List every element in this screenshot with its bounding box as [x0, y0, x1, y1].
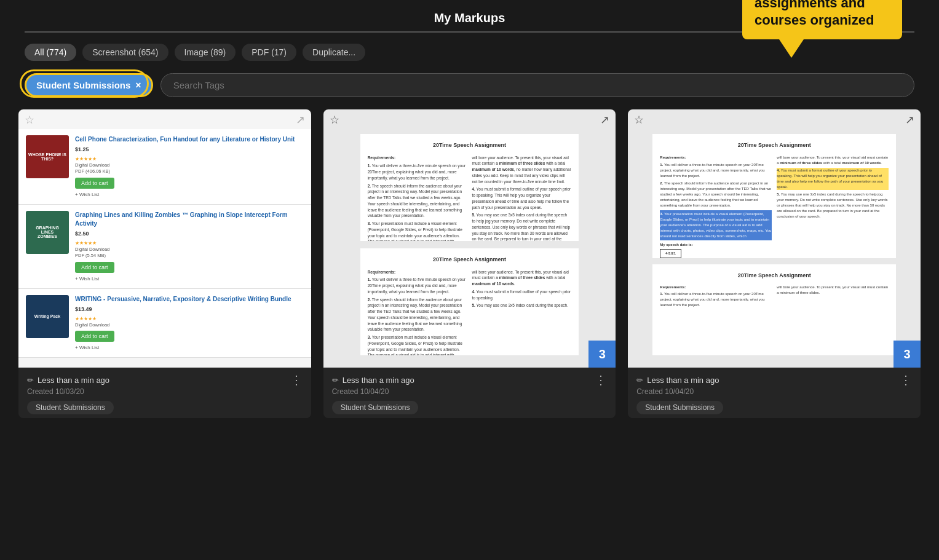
card-1-created: Created 10/03/20	[27, 387, 303, 396]
filter-tab-all[interactable]: All (774)	[25, 44, 76, 61]
add-to-cart-3[interactable]: Add to cart	[75, 331, 114, 342]
search-tags-input[interactable]	[160, 73, 914, 97]
card-1-footer-top: ✏ Less than a min ago ⋮	[27, 374, 303, 386]
card-1-external-link-button[interactable]: ↗	[296, 114, 305, 125]
card-2-star-button[interactable]: ☆	[330, 114, 339, 125]
product-item-3: Writing Pack WRITING - Persuasive, Narra…	[18, 289, 311, 358]
card-1-tag-chip[interactable]: Student Submissions	[27, 401, 114, 414]
card-1-edit-time: ✏ Less than a min ago	[27, 376, 109, 385]
card-3-star-button[interactable]: ☆	[634, 114, 644, 125]
doc-annotated-title-1: 20Time Speech Assignment	[660, 141, 889, 150]
card-3-preview: ☆ ↗ 20Time Speech Assignment Requirement…	[628, 109, 921, 368]
product-thumb-3: Writing Pack	[26, 295, 69, 338]
product-item-1: WHOSE PHONE IS THIS? Cell Phone Characte…	[18, 129, 311, 205]
card-1-footer: ✏ Less than a min ago ⋮ Created 10/03/20…	[18, 368, 311, 418]
card-2-tag-chip[interactable]: Student Submissions	[332, 401, 419, 414]
card-2: ☆ ↗ 20Time Speech Assignment Requirement…	[323, 109, 616, 418]
doc-annotated-page-2: 20Time Speech Assignment Requirements: 1…	[652, 264, 896, 355]
tag-search-row: Set tags to keep assignments and courses…	[0, 68, 939, 107]
product-info-2: Graphing Lines and Killing Zombies ™ Gra…	[75, 211, 304, 282]
pencil-icon-1: ✏	[27, 376, 34, 385]
card-2-external-link-button[interactable]: ↗	[600, 114, 609, 125]
tag-pill-close[interactable]: ×	[135, 81, 141, 90]
card-1: ☆ ↗ WHOSE PHONE IS THIS? Cell Phone Char…	[18, 109, 311, 418]
filter-tab-pdf[interactable]: PDF (17)	[242, 44, 296, 61]
card-2-more-button[interactable]: ⋮	[595, 374, 607, 386]
card-2-page-count: 3	[588, 341, 616, 368]
wish-list-1[interactable]: + Wish List	[75, 191, 304, 198]
card-1-more-button[interactable]: ⋮	[290, 374, 303, 386]
card-2-created: Created 10/04/20	[332, 387, 608, 396]
card-3-footer-top: ✏ Less than a min ago ⋮	[636, 374, 912, 386]
tooltip-arrow	[779, 39, 804, 58]
add-to-cart-1[interactable]: Add to cart	[75, 178, 114, 189]
filter-tab-screenshot[interactable]: Screenshot (654)	[82, 44, 168, 61]
card-2-preview: ☆ ↗ 20Time Speech Assignment Requirement…	[323, 109, 616, 368]
card-2-footer: ✏ Less than a min ago ⋮ Created 10/04/20…	[323, 368, 616, 418]
card-3-page-count: 3	[893, 341, 921, 368]
tag-pill[interactable]: Student Submissions ×	[25, 73, 153, 97]
product-thumb-1: WHOSE PHONE IS THIS?	[26, 135, 69, 178]
card-1-time: Less than a min ago	[38, 376, 109, 385]
product-info-3: WRITING - Persuasive, Narrative, Exposit…	[75, 295, 304, 351]
card-1-star-button[interactable]: ☆	[25, 114, 34, 125]
card-3-tag-chip[interactable]: Student Submissions	[636, 401, 723, 414]
blue-highlight-1: 3. Your presentation must include a visu…	[660, 210, 772, 240]
card-2-time: Less than a min ago	[343, 376, 414, 385]
filter-tab-duplicate[interactable]: Duplicate...	[303, 44, 365, 61]
card-3-footer: ✏ Less than a min ago ⋮ Created 10/04/20…	[628, 368, 921, 418]
doc-page-2: 20Time Speech Assignment Requirements: 1…	[360, 248, 579, 355]
card-3-edit-time: ✏ Less than a min ago	[636, 376, 719, 385]
card-1-preview: ☆ ↗ WHOSE PHONE IS THIS? Cell Phone Char…	[18, 109, 311, 368]
tooltip-box: Set tags to keep assignments and courses…	[742, 0, 902, 39]
doc-title-2: 20Time Speech Assignment	[368, 256, 572, 264]
doc-annotated-page-1: 20Time Speech Assignment Requirements: 1…	[652, 134, 896, 258]
card-3-external-link-button[interactable]: ↗	[905, 114, 914, 125]
card-2-footer-top: ✏ Less than a min ago ⋮	[332, 374, 608, 386]
product-title-3: WRITING - Persuasive, Narrative, Exposit…	[75, 295, 304, 304]
card-2-icons: ☆ ↗	[323, 114, 616, 125]
yellow-highlight-1: 4. You must submit a formal outline of y…	[777, 168, 889, 190]
product-thumb-2: GRAPHINGLINESZOMBIES	[26, 211, 69, 254]
filter-tab-image[interactable]: Image (89)	[175, 44, 236, 61]
doc-page-1: 20Time Speech Assignment Requirements: 1…	[360, 134, 579, 241]
product-price-2: $2.50	[75, 230, 304, 238]
product-title-2: Graphing Lines and Killing Zombies ™ Gra…	[75, 211, 304, 228]
doc-title-1: 20Time Speech Assignment	[368, 141, 572, 150]
card-3: ☆ ↗ 20Time Speech Assignment Requirement…	[628, 109, 921, 418]
tag-pill-label: Student Submissions	[36, 80, 130, 90]
product-title-1: Cell Phone Characterization, Fun Handout…	[75, 135, 304, 144]
card-grid: ☆ ↗ WHOSE PHONE IS THIS? Cell Phone Char…	[0, 109, 939, 418]
card-2-edit-time: ✏ Less than a min ago	[332, 376, 414, 385]
wish-list-2[interactable]: + Wish List	[75, 275, 304, 282]
product-price-3: $13.49	[75, 306, 304, 314]
doc-annotated-title-2: 20Time Speech Assignment	[660, 272, 889, 280]
add-to-cart-2[interactable]: Add to cart	[75, 262, 114, 273]
pencil-icon-3: ✏	[636, 376, 643, 385]
product-price-1: $1.25	[75, 146, 304, 154]
product-info-1: Cell Phone Characterization, Fun Handout…	[75, 135, 304, 198]
card-3-created: Created 10/04/20	[636, 387, 912, 396]
card-3-more-button[interactable]: ⋮	[900, 374, 912, 386]
pencil-icon-2: ✏	[332, 376, 339, 385]
wish-list-3[interactable]: + Wish List	[75, 344, 304, 351]
card-3-time: Less than a min ago	[647, 376, 719, 385]
card-3-icons: ☆ ↗	[628, 114, 921, 125]
card-1-icons: ☆ ↗	[18, 114, 311, 125]
product-item-2: GRAPHINGLINESZOMBIES Graphing Lines and …	[18, 205, 311, 289]
